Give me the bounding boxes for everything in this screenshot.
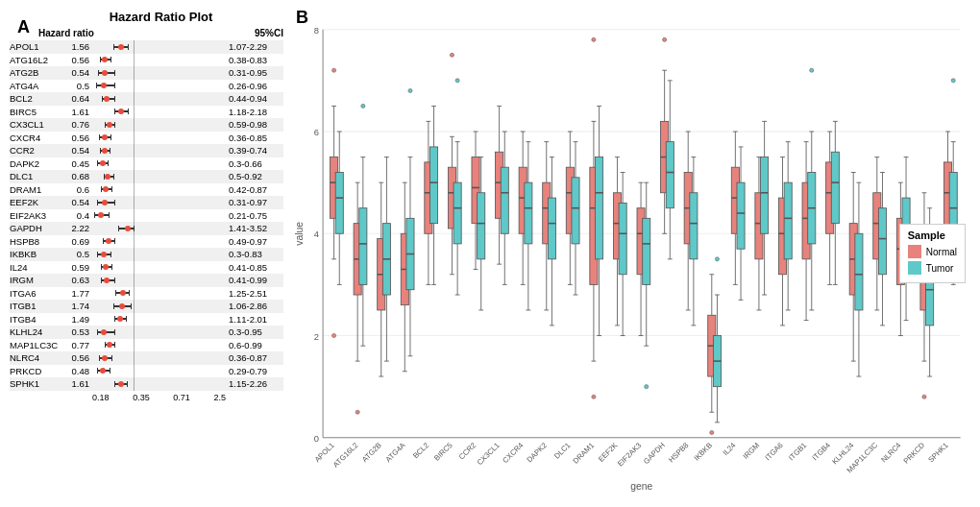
svg-text:8: 8: [314, 26, 319, 36]
svg-point-365: [332, 68, 336, 72]
ci-point: [105, 174, 110, 180]
svg-rect-245: [737, 182, 745, 249]
forest-row: IKBKB0.50.3-0.83: [10, 248, 283, 261]
plot-area: [92, 54, 226, 67]
tumor-label: Tumor: [926, 263, 954, 274]
ci-point: [107, 122, 112, 128]
ci-text: 0.39-0.74: [226, 145, 283, 156]
ci-end-lo: [118, 226, 119, 231]
svg-text:IKBKB: IKBKB: [692, 441, 714, 463]
forest-row: ITGA61.771.25-2.51: [10, 287, 283, 301]
svg-text:ATG16L2: ATG16L2: [331, 441, 359, 469]
svg-rect-154: [572, 178, 579, 244]
forest-row: DLC10.680.5-0.92: [10, 170, 283, 183]
svg-text:HSPB8: HSPB8: [667, 441, 690, 464]
svg-text:IRGM: IRGM: [741, 441, 761, 461]
ci-point: [101, 252, 107, 257]
plot-area: [92, 351, 226, 365]
hr-value: 2.22: [65, 223, 92, 233]
ci-text: 0.38-0.83: [226, 55, 283, 65]
plot-area: [92, 313, 226, 326]
svg-rect-193: [643, 218, 650, 284]
svg-point-373: [592, 395, 596, 398]
forest-row: SPHK11.611.15-2.26: [10, 377, 283, 391]
ci-text: 0.3-0.83: [226, 249, 283, 259]
gene-name: ITGB1: [10, 301, 65, 311]
ci-end-hi: [114, 329, 115, 335]
hr-value: 0.77: [65, 340, 92, 350]
hr-value: 1.74: [65, 301, 92, 311]
forest-row: EIF2AK30.40.21-0.75: [10, 209, 283, 223]
ci-end-lo: [114, 316, 115, 322]
ci-end-hi: [128, 44, 129, 50]
gene-name: DRAM1: [10, 184, 65, 195]
ci-end-hi: [110, 57, 111, 62]
ci-point: [118, 109, 124, 114]
ci-point: [118, 381, 124, 387]
hr-value: 0.69: [65, 236, 92, 247]
gene-name: ITGB4: [10, 314, 65, 325]
ci-end-hi: [114, 342, 115, 348]
ci-end-lo: [101, 278, 102, 283]
svg-text:ITGA6: ITGA6: [763, 441, 784, 462]
forest-row: DRAM10.60.42-0.87: [10, 183, 283, 197]
plot-area: [92, 196, 226, 209]
forest-row: ATG4A0.50.26-0.96: [10, 80, 283, 93]
ci-end-hi: [114, 122, 115, 128]
plot-area: [92, 287, 226, 301]
ci-point: [98, 212, 104, 218]
reference-line: [134, 248, 135, 261]
gene-name: BIRC5: [10, 107, 65, 117]
forest-row: HSPB80.690.49-0.97: [10, 235, 283, 249]
forest-row: ITGB41.491.11-2.01: [10, 313, 283, 326]
reference-line: [134, 170, 135, 183]
svg-text:4: 4: [314, 229, 319, 239]
ci-end-lo: [98, 70, 99, 76]
hr-value: 0.4: [65, 210, 92, 221]
ci-end-lo: [97, 200, 98, 205]
svg-text:ATG2B: ATG2B: [360, 441, 383, 464]
ci-end-lo: [114, 109, 115, 114]
svg-point-376: [710, 430, 714, 434]
gene-name: ATG4A: [10, 81, 65, 91]
ci-text: 0.3-0.95: [226, 326, 283, 337]
svg-rect-89: [453, 182, 461, 244]
svg-text:DLC1: DLC1: [552, 441, 572, 460]
gene-name: PRKCD: [10, 366, 65, 376]
ci-text: 1.18-2.18: [226, 107, 283, 117]
forest-row: GAPDH2.221.41-3.52: [10, 222, 283, 235]
gene-name: MAP1LC3C: [10, 340, 65, 350]
plot-area: [92, 300, 226, 313]
plot-area: [92, 377, 226, 391]
gene-name: IKBKB: [10, 249, 65, 259]
ci-text: 0.5-0.92: [226, 171, 283, 181]
col-hazard-label: Hazard ratio: [38, 28, 94, 38]
svg-text:CXCR4: CXCR4: [501, 441, 525, 465]
reference-line: [134, 66, 135, 80]
reference-line: [134, 274, 135, 287]
hr-value: 0.53: [65, 326, 92, 337]
ci-end-hi: [114, 238, 115, 244]
forest-row: EEF2K0.540.31-0.97: [10, 196, 283, 209]
svg-point-369: [408, 88, 412, 92]
ci-end-lo: [114, 381, 115, 387]
ci-end-hi: [114, 278, 115, 283]
legend-item-normal: Normal: [908, 245, 957, 258]
normal-label: Normal: [926, 247, 957, 257]
gene-name: ATG16L2: [10, 55, 65, 65]
ci-end-lo: [102, 96, 103, 102]
svg-text:EIF2AK3: EIF2AK3: [616, 441, 643, 468]
ci-end-hi: [127, 381, 128, 387]
svg-rect-310: [855, 233, 863, 310]
ci-end-hi: [114, 70, 115, 76]
ci-point: [101, 329, 107, 335]
ci-end-lo: [97, 160, 98, 166]
hr-value: 0.48: [65, 366, 92, 376]
svg-text:ATG4A: ATG4A: [384, 441, 408, 465]
ci-text: 0.6-0.99: [226, 340, 283, 350]
ci-end-hi: [128, 109, 129, 114]
ci-text: 0.3-0.66: [226, 158, 283, 169]
svg-rect-258: [761, 157, 769, 234]
plot-area: [92, 183, 226, 197]
hr-value: 0.5: [65, 249, 92, 259]
